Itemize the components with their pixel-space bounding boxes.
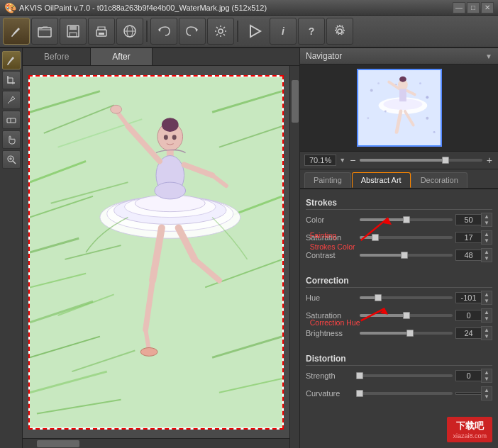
sidebar-hand[interactable] <box>2 130 21 149</box>
svg-line-16 <box>13 161 16 164</box>
strokes-color-down[interactable]: ▼ <box>482 220 492 226</box>
distortion-curvature-up[interactable]: ▲ <box>482 387 492 393</box>
main-layout: Before After <box>0 48 498 448</box>
correction-hue-up[interactable]: ▲ <box>482 291 492 298</box>
window-controls: — □ ✕ <box>453 2 494 13</box>
canvas-content[interactable] <box>23 66 289 438</box>
open-button[interactable] <box>31 18 58 45</box>
zoom-value-display[interactable]: 70.1% <box>304 155 336 166</box>
canvas-inner <box>23 66 289 448</box>
zoom-plus-icon[interactable]: + <box>485 155 494 166</box>
strokes-contrast-value[interactable]: 48 <box>455 250 481 261</box>
correction-section-title: Correction <box>306 276 492 288</box>
canvas-scroll-container <box>23 66 299 448</box>
correction-brightness-spinner: 24 ▲ ▼ <box>455 326 492 340</box>
correction-brightness-value[interactable]: 24 <box>455 327 481 339</box>
svg-rect-5 <box>99 33 104 35</box>
strokes-saturation-down[interactable]: ▼ <box>482 237 492 244</box>
tab-abstract-art[interactable]: Abstract Art <box>352 172 411 188</box>
distortion-curvature-spinner: ▲ ▼ <box>455 386 492 401</box>
play-button[interactable] <box>241 18 268 45</box>
minimize-button[interactable]: — <box>453 2 465 13</box>
correction-saturation-slider[interactable] <box>360 310 453 320</box>
distortion-curvature-row: Curvature ▲ ▼ <box>306 386 492 401</box>
distortion-curvature-slider[interactable] <box>360 388 453 398</box>
sidebar-pen[interactable] <box>2 91 21 109</box>
svg-point-80 <box>419 82 421 84</box>
redo-button[interactable] <box>179 18 206 45</box>
horizontal-scroll-thumb[interactable] <box>37 440 79 447</box>
title-text: AKVIS OilPaint v.7.0 - t01c88a263b9f4e4b… <box>19 4 453 12</box>
print-button[interactable] <box>88 18 115 45</box>
distortion-strength-value[interactable]: 0 <box>455 370 481 381</box>
correction-saturation-value[interactable]: 0 <box>455 310 481 321</box>
correction-saturation-down[interactable]: ▼ <box>482 315 492 322</box>
undo-button[interactable] <box>150 18 177 45</box>
correction-brightness-up[interactable]: ▲ <box>482 327 492 333</box>
svg-point-54 <box>155 182 186 199</box>
zoom-slider-track[interactable] <box>360 159 482 162</box>
svg-line-12 <box>8 102 9 103</box>
strokes-contrast-up[interactable]: ▲ <box>482 249 492 255</box>
strokes-color-slider[interactable] <box>360 215 453 225</box>
strokes-saturation-arrows: ▲ ▼ <box>481 230 492 245</box>
navigator-title: Navigator <box>306 51 342 61</box>
correction-brightness-slider[interactable] <box>360 328 453 338</box>
tab-painting[interactable]: Painting <box>304 172 351 188</box>
strokes-color-value[interactable]: 50 <box>455 214 481 225</box>
correction-brightness-label: Brightness <box>306 329 357 337</box>
strokes-saturation-up[interactable]: ▲ <box>482 231 492 237</box>
navigator-image <box>357 69 442 147</box>
strokes-contrast-row: Contrast 48 ▲ ▼ <box>306 248 492 262</box>
web-button[interactable] <box>116 18 143 45</box>
help-button[interactable]: ? <box>298 18 325 45</box>
distortion-strength-down[interactable]: ▼ <box>482 376 492 382</box>
gear-button[interactable] <box>326 18 353 45</box>
distortion-strength-spinner: 0 ▲ ▼ <box>455 369 492 383</box>
strokes-contrast-down[interactable]: ▼ <box>482 255 492 262</box>
svg-rect-3 <box>70 33 77 37</box>
correction-hue-down[interactable]: ▼ <box>482 298 492 304</box>
maximize-button[interactable]: □ <box>467 2 480 13</box>
sidebar-crop[interactable] <box>2 71 21 89</box>
close-button[interactable]: ✕ <box>481 2 494 13</box>
sidebar-zoom[interactable] <box>2 150 21 169</box>
distortion-curvature-value[interactable] <box>455 392 481 395</box>
brush-tool-button[interactable] <box>3 18 30 45</box>
navigator-svg <box>358 69 441 146</box>
strokes-contrast-spinner: 48 ▲ ▼ <box>455 248 492 262</box>
correction-hue-row: Hue -101 ▲ ▼ <box>306 291 492 305</box>
correction-hue-value[interactable]: -101 <box>455 292 481 303</box>
save-button[interactable] <box>60 18 87 45</box>
strokes-saturation-slider[interactable] <box>360 233 453 242</box>
distortion-section-title: Distortion <box>306 354 492 366</box>
spacer-1 <box>306 266 492 271</box>
tab-decoration[interactable]: Decoration <box>411 172 467 188</box>
distortion-curvature-down[interactable]: ▼ <box>482 393 492 400</box>
horizontal-scrollbar[interactable] <box>23 438 289 448</box>
strokes-color-up[interactable]: ▲ <box>482 213 492 220</box>
strokes-contrast-slider[interactable] <box>360 250 453 260</box>
correction-saturation-arrows: ▲ ▼ <box>481 308 492 323</box>
sidebar-eraser[interactable] <box>2 111 21 129</box>
distortion-strength-up[interactable]: ▲ <box>482 369 492 376</box>
settings-gear-button[interactable] <box>207 18 234 45</box>
distortion-strength-arrows: ▲ ▼ <box>481 369 492 383</box>
zoom-dropdown-arrow[interactable]: ▼ <box>339 157 345 164</box>
tab-after[interactable]: After <box>91 48 152 65</box>
svg-point-83 <box>367 117 369 119</box>
strokes-saturation-value[interactable]: 17 <box>455 232 481 243</box>
sidebar-brush[interactable] <box>2 51 21 69</box>
correction-saturation-up[interactable]: ▲ <box>482 309 492 315</box>
vertical-scrollbar[interactable] <box>289 66 299 448</box>
zoom-minus-icon[interactable]: − <box>348 155 357 166</box>
navigator-arrow: ▼ <box>485 52 492 60</box>
strokes-saturation-spinner: 17 ▲ ▼ <box>455 230 492 245</box>
right-panel: Navigator ▼ <box>299 48 498 448</box>
tab-before[interactable]: Before <box>23 48 91 65</box>
correction-hue-slider[interactable] <box>360 293 453 303</box>
distortion-strength-slider[interactable] <box>360 371 453 381</box>
info-button[interactable]: i <box>270 18 297 45</box>
svg-rect-0 <box>38 28 51 37</box>
correction-brightness-down[interactable]: ▼ <box>482 333 492 340</box>
